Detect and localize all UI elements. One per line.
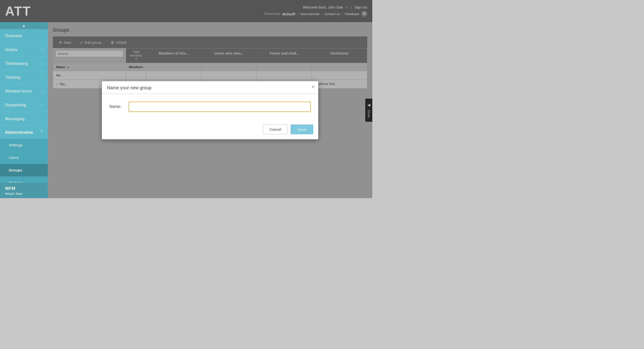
separator2: |: [297, 12, 298, 16]
help-button[interactable]: ?: [361, 11, 367, 17]
actsoft-logo: Actsoft: [282, 12, 295, 16]
view-tutorials-link[interactable]: View tutorials: [300, 12, 319, 16]
sidebar-scroll-up[interactable]: ▲: [0, 22, 48, 29]
contact-us-link[interactable]: Contact us: [324, 12, 340, 16]
sidebar: ▲ Overview History › Timekeeping › Track…: [0, 22, 48, 198]
sidebar-wfm-section: WFM What's New: [0, 183, 48, 198]
header-bottom-row: Powered by Actsoft | View tutorials | Co…: [264, 11, 367, 17]
sidebar-item-dispatching[interactable]: Dispatching ›: [0, 98, 48, 112]
sidebar-item-settings[interactable]: Settings: [0, 139, 48, 151]
chevron-down-icon: ˅: [41, 130, 43, 135]
separator3: |: [321, 12, 322, 16]
sidebar-admin-header[interactable]: Administrative ˅: [0, 126, 48, 139]
modal-header: Name your new group ×: [102, 81, 318, 94]
main-layout: ▲ Overview History › Timekeeping › Track…: [0, 22, 372, 198]
sidebar-item-messaging[interactable]: Messaging: [0, 112, 48, 126]
welcome-dropdown-icon[interactable]: ▾: [346, 6, 347, 9]
chevron-right-icon: ›: [42, 103, 43, 107]
chevron-right-icon: ›: [42, 48, 43, 52]
modal-close-button[interactable]: ×: [312, 84, 315, 89]
name-input[interactable]: [129, 102, 311, 112]
chevron-right-icon: ›: [42, 62, 43, 66]
welcome-text: Welcome back, John Doe: [303, 5, 343, 9]
separator4: |: [342, 12, 343, 16]
sidebar-item-wireless-forms[interactable]: Wireless forms ›: [0, 84, 48, 98]
modal-body: Name:: [102, 94, 318, 122]
header-right: Welcome back, John Doe ▾ | Sign out Powe…: [264, 5, 367, 17]
main-content: Groups ⊕ New ⑇ Sub-group 🗑 Delete: [48, 22, 372, 198]
modal-dialog: Name your new group × Name: Cancel Save: [102, 81, 318, 139]
whats-new-label[interactable]: What's New: [5, 192, 43, 196]
sidebar-item-users[interactable]: Users: [0, 151, 48, 164]
sidebar-item-tracking[interactable]: Tracking ›: [0, 71, 48, 84]
cancel-button[interactable]: Cancel: [263, 124, 288, 134]
wfm-label[interactable]: WFM: [5, 186, 43, 191]
feedback-link[interactable]: Feedback: [345, 12, 359, 16]
chevron-right-icon: ›: [42, 89, 43, 93]
sidebar-item-history[interactable]: History ›: [0, 43, 48, 57]
chevron-right-icon: ›: [42, 75, 43, 79]
sidebar-item-overview[interactable]: Overview: [0, 29, 48, 43]
sign-out-button[interactable]: Sign out: [354, 5, 367, 9]
sidebar-item-groups[interactable]: Groups: [0, 164, 48, 177]
header-top-row: Welcome back, John Doe ▾ | Sign out: [303, 5, 367, 9]
powered-by-text: Powered by: [264, 12, 280, 16]
name-field-label: Name:: [109, 104, 125, 109]
app-logo: ATT: [5, 4, 31, 19]
header: ATT Welcome back, John Doe ▾ | Sign out …: [0, 0, 372, 22]
sidebar-item-timekeeping[interactable]: Timekeeping ›: [0, 57, 48, 71]
modal-title: Name your new group: [107, 85, 313, 91]
separator: |: [350, 5, 351, 9]
modal-overlay: Name your new group × Name: Cancel Save: [48, 22, 372, 198]
save-button[interactable]: Save: [291, 124, 313, 134]
modal-name-field: Name:: [109, 102, 311, 112]
modal-footer: Cancel Save: [102, 122, 318, 139]
